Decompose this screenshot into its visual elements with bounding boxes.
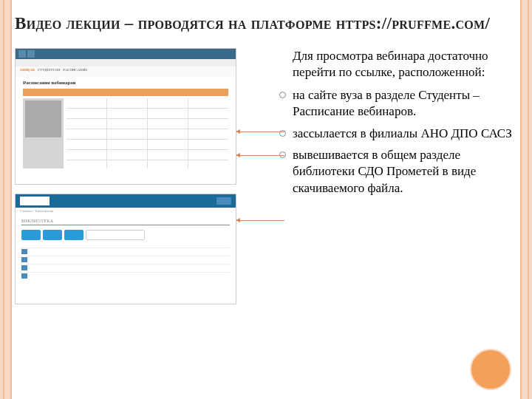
screenshot-body — [16, 98, 236, 168]
file-list — [16, 245, 236, 283]
logo-placeholder — [20, 197, 50, 205]
search-placeholder — [86, 230, 145, 240]
list-item: на сайте вуза в разделе Студенты – Распи… — [279, 87, 517, 120]
list-item: зассылается в филиалы АНО ДПО САСЗ — [279, 126, 517, 142]
btn-placeholder — [21, 230, 41, 240]
file-row — [21, 264, 230, 272]
tab-label: ОБЩАЯ — [20, 68, 35, 75]
tab-label: СТУДЕНТАМ — [38, 68, 60, 75]
screenshot-table — [66, 98, 228, 168]
breadcrumb: Главная / Библиотека — [16, 208, 236, 214]
intro-text: Для просмотра вебинара достаточно перейт… — [279, 48, 517, 81]
screenshots-column: ОБЩАЯ СТУДЕНТАМ РАСПИСАНИЕ Расписание ве… — [15, 48, 251, 304]
screenshot-bar — [23, 89, 228, 96]
content-row: ОБЩАЯ СТУДЕНТАМ РАСПИСАНИЕ Расписание ве… — [15, 48, 517, 304]
screenshot-sidebar — [23, 98, 64, 168]
screenshot-header — [16, 194, 236, 208]
btn-placeholder — [43, 230, 62, 240]
screenshot-schedule: ОБЩАЯ СТУДЕНТАМ РАСПИСАНИЕ Расписание ве… — [15, 48, 236, 185]
slide-title: Видео лекции – проводятся на платформе h… — [15, 13, 517, 35]
btn-placeholder — [64, 230, 83, 240]
decorative-circle — [470, 349, 511, 390]
screenshot-tabs: ОБЩАЯ СТУДЕНТАМ РАСПИСАНИЕ — [16, 66, 236, 77]
screenshot-heading: Расписание вебинаров — [16, 77, 236, 89]
screenshot-library: Главная / Библиотека библиотека — [15, 194, 236, 304]
list-item: вывешивается в общем разделе библиотеки … — [279, 147, 517, 197]
screenshot-topbar — [16, 49, 236, 59]
section-label: библиотека — [16, 214, 236, 225]
decorative-border-right — [520, 0, 532, 399]
user-placeholder — [216, 197, 231, 205]
button-row — [16, 225, 236, 245]
screenshot-navbar — [16, 59, 236, 66]
tab-label: РАСПИСАНИЕ — [63, 68, 87, 75]
decorative-border-left — [0, 0, 12, 399]
slide-content: Видео лекции – проводятся на платформе h… — [15, 13, 517, 399]
text-column: Для просмотра вебинара достаточно перейт… — [259, 48, 517, 304]
file-row — [21, 248, 230, 256]
file-row — [21, 272, 230, 280]
bullet-list: на сайте вуза в разделе Студенты – Распи… — [279, 87, 517, 197]
file-row — [21, 256, 230, 264]
